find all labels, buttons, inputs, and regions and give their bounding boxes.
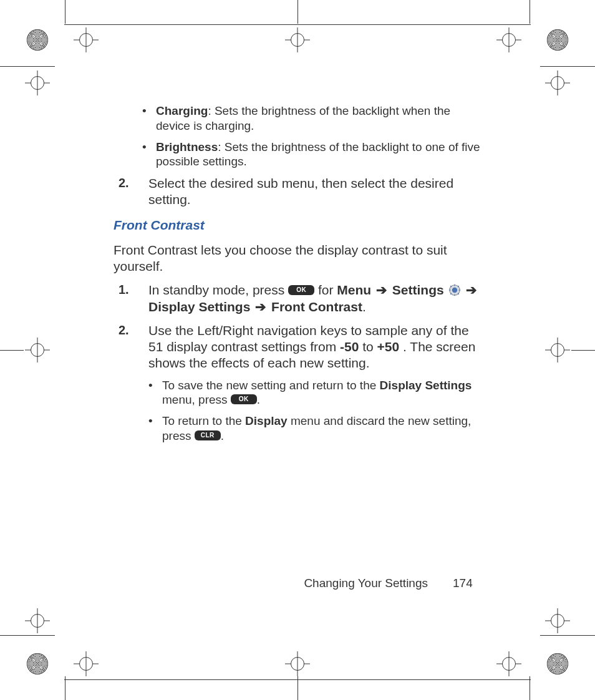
list-item: Charging: Sets the brightness of the bac… bbox=[142, 104, 481, 134]
gear-icon bbox=[448, 283, 462, 297]
text-fragment: . bbox=[257, 393, 260, 406]
crosshair-icon bbox=[74, 27, 99, 52]
step-item: 2. Use the Left/Right navigation keys to… bbox=[119, 323, 481, 444]
crosshair-icon bbox=[496, 27, 521, 52]
crosshair-icon bbox=[25, 608, 50, 633]
display-settings-label: Display Settings bbox=[148, 299, 250, 314]
page-number: 174 bbox=[453, 576, 478, 590]
crosshair-icon bbox=[545, 338, 570, 362]
svg-point-1 bbox=[452, 288, 457, 292]
display-settings-label: Display Settings bbox=[380, 379, 472, 392]
arrow-icon: ➔ bbox=[465, 283, 478, 297]
term-brightness: Brightness bbox=[156, 140, 218, 153]
step-list-continued: 2. Select the desired sub menu, then sel… bbox=[114, 175, 481, 208]
crosshair-icon bbox=[545, 608, 570, 633]
crosshair-icon bbox=[285, 651, 310, 676]
crosshair-icon bbox=[25, 70, 50, 95]
settings-label: Settings bbox=[392, 283, 444, 297]
crosshair-icon bbox=[25, 338, 50, 362]
crosshair-icon bbox=[285, 27, 310, 52]
backlight-options-list: Charging: Sets the brightness of the bac… bbox=[114, 104, 481, 169]
list-item: Brightness: Sets the brightness of the b… bbox=[142, 140, 481, 170]
registration-disc bbox=[547, 653, 568, 674]
list-item: To save the new setting and return to th… bbox=[148, 378, 481, 408]
text-fragment: In standby mode, press bbox=[148, 283, 288, 297]
step-text: Select the desired sub menu, then select… bbox=[148, 176, 453, 207]
crosshair-icon bbox=[496, 651, 521, 676]
text-fragment: for bbox=[318, 283, 337, 297]
crosshair-icon bbox=[545, 70, 570, 95]
step-item: 2. Select the desired sub menu, then sel… bbox=[119, 175, 481, 208]
section-intro: Front Contrast lets you choose the displ… bbox=[114, 242, 481, 275]
text-fragment: menu, press bbox=[162, 393, 231, 406]
text-fragment: . bbox=[362, 299, 366, 314]
arrow-icon: ➔ bbox=[375, 283, 392, 297]
min-value: -50 bbox=[340, 339, 359, 354]
registration-disc bbox=[547, 29, 568, 51]
arrow-icon: ➔ bbox=[254, 299, 271, 314]
menu-label: Menu bbox=[337, 283, 371, 297]
step-item: 1. In standby mode, press OK for Menu ➔ … bbox=[119, 282, 481, 315]
sub-bullet-list: To save the new setting and return to th… bbox=[148, 378, 481, 444]
max-value: +50 bbox=[377, 339, 400, 354]
front-contrast-steps: 1. In standby mode, press OK for Menu ➔ … bbox=[114, 282, 481, 443]
ok-key-icon: OK bbox=[288, 285, 314, 295]
page-footer: Changing Your Settings 174 bbox=[304, 576, 478, 590]
term-charging: Charging bbox=[156, 104, 208, 117]
step-number: 1. bbox=[119, 282, 129, 298]
step-number: 2. bbox=[119, 323, 129, 338]
front-contrast-label: Front Contrast bbox=[271, 299, 362, 314]
page-content: Charging: Sets the brightness of the bac… bbox=[114, 100, 481, 581]
text-fragment: to bbox=[362, 339, 377, 354]
section-heading: Front Contrast bbox=[114, 217, 481, 233]
text-fragment: . bbox=[221, 429, 224, 442]
registration-disc bbox=[27, 29, 48, 51]
crosshair-icon bbox=[74, 651, 99, 676]
footer-section: Changing Your Settings bbox=[304, 576, 428, 590]
ok-key-icon: OK bbox=[231, 394, 257, 404]
list-item: To return to the Display menu and discar… bbox=[148, 414, 481, 444]
display-label: Display bbox=[245, 414, 288, 427]
text-fragment: To return to the bbox=[162, 414, 245, 427]
step-number: 2. bbox=[119, 175, 129, 191]
registration-disc bbox=[27, 653, 48, 674]
text-fragment: To save the new setting and return to th… bbox=[162, 379, 380, 392]
clr-key-icon: CLR bbox=[195, 430, 221, 440]
